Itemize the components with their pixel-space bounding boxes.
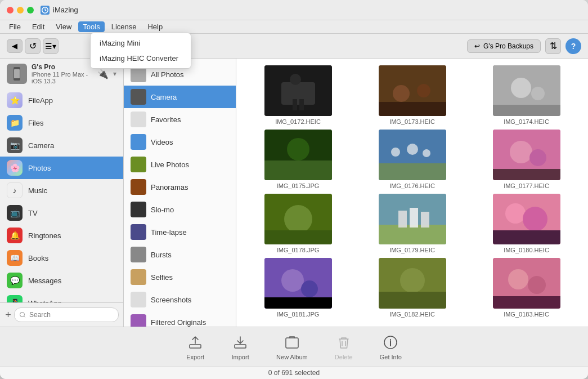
- get-info-action[interactable]: Get Info: [366, 333, 415, 360]
- svg-point-29: [284, 205, 312, 233]
- album-slo-mo[interactable]: Slo-mo: [124, 198, 236, 221]
- album-live-photos[interactable]: Live Photos: [124, 153, 236, 176]
- sidebar-item-music[interactable]: ♪ Music: [0, 179, 123, 202]
- svg-point-45: [400, 268, 425, 293]
- photo-name-img178: IMG_0178.JPG: [277, 247, 320, 253]
- refresh-button[interactable]: ↺: [25, 38, 41, 54]
- export-action[interactable]: Export: [173, 333, 218, 360]
- photo-item-img183[interactable]: IMG_0183.HEIC: [472, 258, 581, 318]
- menu-tools[interactable]: Tools: [78, 21, 104, 32]
- photo-name-img182: IMG_0182.HEIC: [389, 311, 435, 318]
- backup-button[interactable]: ↩ G's Pro Backups: [467, 39, 541, 53]
- sidebar-item-camera[interactable]: 📷 Camera: [0, 134, 123, 157]
- sidebar-item-books[interactable]: 📖 Books: [0, 247, 123, 269]
- photo-name-img173: IMG_0173.HEIC: [389, 118, 435, 125]
- delete-action[interactable]: Delete: [321, 333, 366, 360]
- photo-item-img181[interactable]: IMG_0181.JPG: [243, 258, 353, 318]
- album-thumb-timelapse: [131, 224, 146, 240]
- import-action[interactable]: Import: [218, 333, 263, 360]
- maximize-button[interactable]: [27, 7, 34, 14]
- photo-item-img179[interactable]: IMG_0179.HEIC: [357, 194, 467, 253]
- device-name: G's Pro: [32, 63, 93, 71]
- album-selfies[interactable]: Selfies: [124, 266, 236, 288]
- camera-icon: 📷: [7, 137, 23, 153]
- sidebar-item-whatsapp[interactable]: 📱 WhatsApp: [0, 292, 123, 302]
- photo-item-img182[interactable]: IMG_0182.HEIC: [357, 258, 467, 318]
- sidebar-item-messages[interactable]: 💬 Messages: [0, 269, 123, 292]
- menu-view[interactable]: View: [51, 21, 76, 32]
- transfer-button[interactable]: ⇅: [545, 38, 561, 54]
- photo-item-img172[interactable]: IMG_0172.HEIC: [243, 65, 353, 125]
- menu-help[interactable]: Help: [143, 21, 167, 32]
- album-thumb-screenshots: [131, 292, 146, 307]
- album-thumb-live: [131, 157, 146, 172]
- album-camera[interactable]: Camera: [124, 86, 236, 108]
- sidebar-item-files[interactable]: 📁 Files: [0, 112, 123, 134]
- photo-item-img176[interactable]: IMG_0176.HEIC: [357, 130, 467, 189]
- photo-name-img172: IMG_0172.HEIC: [275, 118, 321, 125]
- transfer-icon: ⇅: [550, 41, 557, 51]
- photo-item-img173[interactable]: IMG_0173.HEIC: [357, 65, 467, 125]
- svg-rect-51: [190, 345, 201, 348]
- delete-label: Delete: [335, 354, 353, 360]
- photo-item-img178[interactable]: IMG_0178.JPG: [243, 194, 353, 253]
- back-button[interactable]: ◀: [7, 39, 23, 53]
- album-screenshots[interactable]: Screenshots: [124, 288, 236, 311]
- main-content: G's Pro iPhone 11 Pro Max - iOS 13.3 🔌 ▾…: [0, 59, 588, 327]
- album-favorites[interactable]: Favorites: [124, 108, 236, 131]
- sidebar-item-tv[interactable]: 📺 TV: [0, 202, 123, 224]
- list-icon: ☰▾: [45, 42, 56, 51]
- messages-icon: 💬: [7, 273, 23, 288]
- svg-point-13: [511, 78, 531, 98]
- photo-item-img180[interactable]: IMG_0180.HEIC: [472, 194, 581, 253]
- album-time-lapse[interactable]: Time-lapse: [124, 221, 236, 243]
- album-filtered-originals[interactable]: Filtered Originals: [124, 311, 236, 327]
- new-album-action[interactable]: New Album: [263, 333, 321, 360]
- menu-file[interactable]: File: [5, 21, 25, 32]
- minimize-button[interactable]: [17, 7, 24, 14]
- window-controls: [7, 7, 34, 14]
- backup-icon: ↩: [474, 42, 480, 50]
- album-label-selfies: Selfies: [151, 273, 173, 282]
- sidebar-item-photos[interactable]: 🌸 Photos: [0, 157, 123, 179]
- svg-rect-35: [421, 212, 429, 228]
- ringtones-icon: 🔔: [7, 228, 23, 243]
- photo-name-img177: IMG_0177.HEIC: [504, 182, 549, 189]
- close-button[interactable]: [7, 7, 14, 14]
- books-icon: 📖: [7, 250, 23, 266]
- sidebar-label-messages: Messages: [28, 277, 61, 285]
- list-button[interactable]: ☰▾: [43, 38, 59, 54]
- album-bursts[interactable]: Bursts: [124, 243, 236, 266]
- menu-license[interactable]: License: [107, 21, 141, 32]
- dropdown-imazing-heic[interactable]: iMazing HEIC Converter: [91, 51, 191, 66]
- title-text: iMazing: [41, 6, 78, 15]
- photo-item-img174[interactable]: IMG_0174.HEIC: [472, 65, 581, 125]
- sidebar: G's Pro iPhone 11 Pro Max - iOS 13.3 🔌 ▾…: [0, 59, 124, 327]
- status-bar: 0 of 691 selected: [0, 366, 588, 379]
- photos-icon: 🌸: [7, 160, 23, 176]
- album-panoramas[interactable]: Panoramas: [124, 176, 236, 198]
- help-button[interactable]: ?: [565, 38, 581, 54]
- refresh-icon: ↺: [29, 41, 37, 51]
- svg-rect-6: [293, 99, 297, 110]
- svg-point-5: [290, 74, 301, 85]
- album-label-slo-mo: Slo-mo: [151, 206, 174, 214]
- search-input[interactable]: [14, 307, 119, 322]
- sidebar-item-fileapp[interactable]: ⭐ FileApp: [0, 89, 123, 112]
- menu-edit[interactable]: Edit: [28, 21, 49, 32]
- album-thumb-slomo: [131, 202, 146, 217]
- album-label-live-photos: Live Photos: [151, 160, 189, 169]
- dropdown-imazing-mini[interactable]: iMazing Mini: [91, 35, 191, 51]
- sidebar-item-ringtones[interactable]: 🔔 Ringtones: [0, 224, 123, 247]
- photo-item-img175[interactable]: IMG_0175.JPG: [243, 130, 353, 189]
- title-bar: iMazing: [0, 0, 588, 20]
- album-label-videos: Videos: [151, 138, 173, 146]
- photo-item-img177[interactable]: IMG_0177.HEIC: [472, 130, 581, 189]
- add-button[interactable]: +: [5, 308, 12, 322]
- photo-name-img179: IMG_0179.HEIC: [389, 247, 435, 253]
- album-thumb-camera: [131, 89, 146, 105]
- album-thumb-videos: [131, 134, 146, 150]
- album-videos[interactable]: Videos: [124, 131, 236, 153]
- svg-rect-27: [493, 169, 560, 180]
- album-thumb-panoramas: [131, 179, 146, 195]
